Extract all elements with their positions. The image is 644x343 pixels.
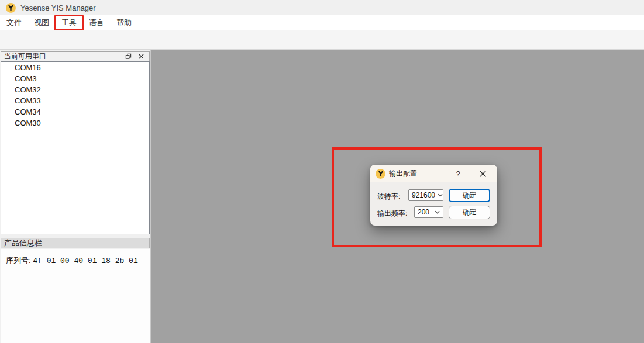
product-info-area: 序列号: 4f 01 00 40 01 18 2b 01 软件版本号： YIS3… [1,249,150,343]
serial-number-label: 序列号: [6,256,31,265]
menu-item-tools[interactable]: 工具 [56,16,82,30]
dialog-help-button[interactable]: ? [452,168,464,179]
float-window-icon [125,53,132,60]
dialog-rate-select[interactable]: 200 [414,206,443,218]
dialog-title: 输出配置 [389,169,417,179]
dialog-titlebar: 输出配置 ? [370,165,497,182]
dialog-baud-label: 波特率: [377,192,400,202]
menu-item-view[interactable]: 视图 [28,16,55,30]
dialog-baud-select[interactable]: 921600 [408,189,443,201]
serial-number-value: 4f 01 00 40 01 18 2b 01 [33,257,137,265]
menu-item-language[interactable]: 语言 [83,16,110,30]
dialog-close-button[interactable] [476,168,490,179]
dialog-baud-value: 921600 [412,191,435,199]
app-logo-icon [6,3,16,13]
dialog-logo-icon [376,169,385,179]
menubar: 文件 视图 工具 语言 帮助 [0,15,644,30]
menu-item-file[interactable]: 文件 [1,16,27,30]
serial-port-dock-panel: 当前可用串口 COM16 COM3 COM32 COM33 COM34 COM3… [0,50,151,343]
chevron-down-icon [438,193,443,197]
port-list-item[interactable]: COM30 [1,117,149,129]
close-icon [480,171,486,177]
dialog-baud-confirm-button[interactable]: 确定 [449,189,490,202]
product-info-header: 产品信息栏 [1,238,150,248]
port-list-item[interactable]: COM16 [1,62,149,73]
output-config-dialog: 输出配置 ? 波特率: 921600 确定 输出频率: 200 确定 [370,165,497,226]
dialog-rate-label: 输出频率: [377,209,407,219]
port-list: COM16 COM3 COM32 COM33 COM34 COM30 [1,61,150,234]
port-list-item[interactable]: COM34 [1,106,149,117]
float-panel-button[interactable] [123,53,133,61]
app-window: Yesense YIS Manager 文件 视图 工具 语言 帮助 UTC [0,0,644,343]
titlebar: Yesense YIS Manager [0,0,644,15]
dialog-rate-confirm-button[interactable]: 确定 [449,206,490,219]
close-icon [139,54,144,59]
close-panel-button[interactable] [136,53,146,61]
toolbar: UTC COM16 波特率: 921600 关闭串口 [0,30,644,50]
chevron-down-icon [435,210,440,214]
dialog-rate-value: 200 [418,208,429,216]
port-list-item[interactable]: COM33 [1,95,149,106]
menu-item-help[interactable]: 帮助 [111,16,137,30]
port-list-item[interactable]: COM32 [1,84,149,95]
dock-header: 当前可用串口 [1,51,150,61]
port-list-item[interactable]: COM3 [1,73,149,84]
window-title: Yesense YIS Manager [20,4,96,12]
dock-title: 当前可用串口 [4,51,46,61]
